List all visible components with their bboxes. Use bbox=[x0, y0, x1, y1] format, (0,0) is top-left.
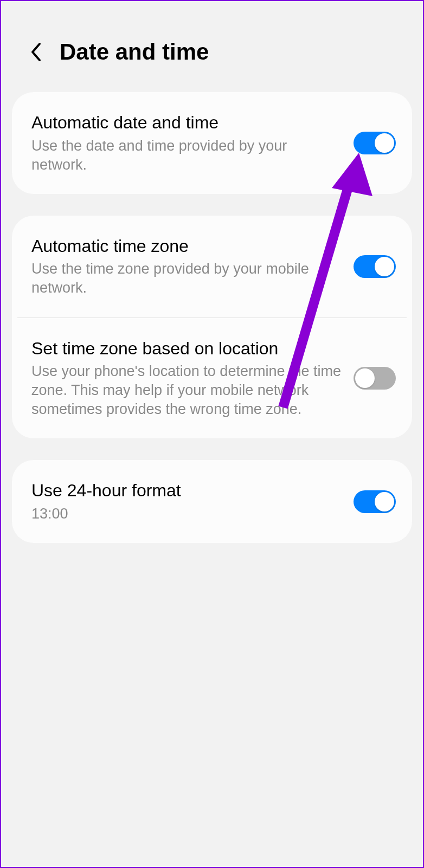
toggle-knob bbox=[375, 133, 394, 153]
toggle-24h-format[interactable] bbox=[354, 490, 396, 513]
setting-auto-date-time[interactable]: Automatic date and time Use the date and… bbox=[12, 92, 412, 194]
setting-description: Use the date and time provided by your n… bbox=[31, 137, 343, 174]
setting-24h-format[interactable]: Use 24-hour format 13:00 bbox=[12, 460, 412, 543]
setting-subtitle: 13:00 bbox=[31, 504, 343, 523]
setting-text: Automatic date and time Use the date and… bbox=[31, 112, 343, 174]
toggle-knob bbox=[375, 492, 394, 511]
setting-auto-time-zone[interactable]: Automatic time zone Use the time zone pr… bbox=[12, 216, 412, 318]
card-auto-datetime: Automatic date and time Use the date and… bbox=[12, 92, 412, 194]
back-icon[interactable] bbox=[28, 41, 43, 63]
header: Date and time bbox=[1, 1, 423, 92]
setting-location-time-zone[interactable]: Set time zone based on location Use your… bbox=[12, 318, 412, 439]
card-24h-format: Use 24-hour format 13:00 bbox=[12, 460, 412, 543]
setting-title: Automatic date and time bbox=[31, 112, 343, 134]
setting-text: Set time zone based on location Use your… bbox=[31, 338, 343, 419]
setting-description: Use the time zone provided by your mobil… bbox=[31, 260, 343, 297]
toggle-auto-date-time[interactable] bbox=[354, 132, 396, 154]
setting-text: Use 24-hour format 13:00 bbox=[31, 480, 343, 523]
toggle-knob bbox=[355, 368, 375, 388]
card-timezone: Automatic time zone Use the time zone pr… bbox=[12, 216, 412, 439]
toggle-location-time-zone[interactable] bbox=[354, 367, 396, 390]
toggle-auto-time-zone[interactable] bbox=[354, 255, 396, 278]
setting-description: Use your phone's location to determine t… bbox=[31, 362, 343, 419]
setting-title: Set time zone based on location bbox=[31, 338, 343, 360]
setting-title: Use 24-hour format bbox=[31, 480, 343, 502]
toggle-knob bbox=[375, 257, 394, 276]
setting-title: Automatic time zone bbox=[31, 235, 343, 258]
page-title: Date and time bbox=[60, 39, 209, 65]
setting-text: Automatic time zone Use the time zone pr… bbox=[31, 235, 343, 298]
